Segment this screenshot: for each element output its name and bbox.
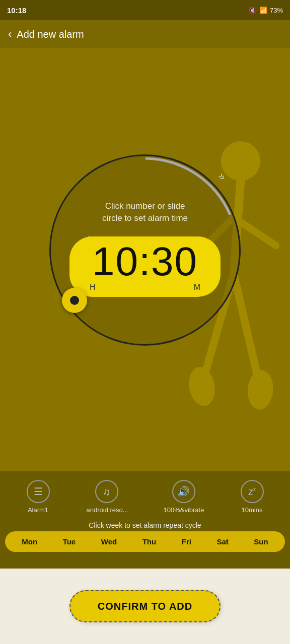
setting-snooze[interactable]: zz 10mins (241, 480, 264, 514)
ringtone-label: android.reso... (87, 506, 127, 514)
arrow-indicators: » (215, 170, 229, 183)
handle-dot (70, 296, 79, 305)
clock-outer-ring[interactable]: » Click number or slide circle to set al… (49, 154, 241, 346)
time-value: 10:30 (92, 242, 198, 282)
page-title: Add new alarm (17, 29, 84, 40)
battery-text: 73% (270, 7, 283, 14)
ringtone-icon-circle: ♫ (95, 480, 118, 503)
settings-row: ☰ Alarm1 ♫ android.reso... 🔊 100%&vibrat… (0, 471, 290, 518)
bottom-panel: ☰ Alarm1 ♫ android.reso... 🔊 100%&vibrat… (0, 471, 290, 569)
snooze-label: 10mins (242, 506, 263, 514)
day-thu[interactable]: Thu (139, 536, 160, 547)
app-header: ‹ Add new alarm (0, 20, 290, 48)
snooze-icon: zz (248, 486, 256, 498)
day-mon[interactable]: Mon (19, 536, 40, 547)
alarm-name-icon: ☰ (34, 486, 43, 498)
snooze-icon-circle: zz (241, 480, 264, 503)
svg-point-6 (186, 365, 218, 408)
time-display-box[interactable]: 10:30 H M (69, 236, 221, 297)
day-wed[interactable]: Wed (98, 536, 120, 547)
clock-circle-container[interactable]: » Click number or slide circle to set al… (49, 154, 241, 346)
minutes-display[interactable]: 30 (151, 239, 198, 284)
confirm-button[interactable]: CONFIRM TO ADD (69, 590, 221, 622)
minute-label: M (194, 283, 200, 292)
status-bar: 10:18 🔇 📶 73% (0, 0, 290, 20)
ringtone-icon: ♫ (103, 486, 110, 498)
clock-instruction: Click number or slide circle to set alar… (85, 200, 205, 224)
setting-ringtone[interactable]: ♫ android.reso... (87, 480, 127, 514)
volume-icon: 🔊 (177, 486, 190, 498)
wifi-icon: 📶 (259, 7, 267, 14)
hour-label: H (90, 283, 96, 292)
svg-point-7 (246, 369, 275, 411)
volume-label: 100%&vibrate (164, 506, 204, 514)
day-sun[interactable]: Sun (251, 536, 271, 547)
status-time: 10:18 (7, 6, 26, 15)
confirm-label: CONFIRM TO ADD (98, 601, 192, 612)
hours-display[interactable]: 10 (92, 239, 139, 284)
clock-handle[interactable] (62, 288, 87, 313)
alarm-name-label: Alarm1 (28, 506, 48, 514)
volume-icon-circle: 🔊 (172, 480, 195, 503)
status-right: 🔇 📶 73% (249, 7, 283, 14)
confirm-section: CONFIRM TO ADD (0, 569, 290, 644)
mute-icon: 🔇 (249, 7, 257, 14)
alarm-name-icon-circle: ☰ (27, 480, 50, 503)
day-sat[interactable]: Sat (213, 536, 231, 547)
time-labels: H M (80, 283, 210, 292)
setting-alarm-name[interactable]: ☰ Alarm1 (27, 480, 50, 514)
setting-volume[interactable]: 🔊 100%&vibrate (164, 480, 204, 514)
day-fri[interactable]: Fri (179, 536, 194, 547)
repeat-instruction: Click week to set alarm repeat cycle (0, 518, 290, 531)
time-separator: : (139, 239, 151, 284)
day-tue[interactable]: Tue (60, 536, 79, 547)
days-row[interactable]: Mon Tue Wed Thu Fri Sat Sun (5, 531, 285, 552)
back-button[interactable]: ‹ (8, 28, 12, 41)
clock-area: » Click number or slide circle to set al… (0, 48, 290, 471)
